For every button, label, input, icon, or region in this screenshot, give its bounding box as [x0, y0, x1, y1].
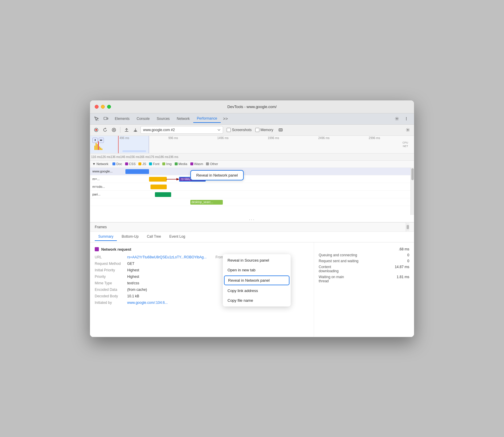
frames-scroll-thumb[interactable]	[407, 225, 409, 229]
scrollbar[interactable]	[410, 168, 414, 215]
screenshots-checkbox[interactable]: Screenshots	[227, 128, 252, 132]
ruler-marks-top: 496 ms 996 ms 1496 ms 1996 ms 2496 ms 29…	[90, 136, 410, 140]
request-row-google[interactable]: www.google...	[90, 168, 414, 175]
tab-performance[interactable]: Performance	[193, 115, 221, 123]
more-tabs-button[interactable]: >>	[221, 116, 230, 121]
devtools-tab-bar: Elements Console Sources Network Perform…	[90, 113, 414, 125]
url-value: www.google.com #2	[143, 128, 216, 132]
record-button[interactable]	[92, 126, 100, 134]
timing-queuing-value: 0	[407, 253, 409, 257]
tab-elements[interactable]: Elements	[111, 115, 133, 123]
network-ruler: 116 ms 126 ms 136 ms 146 ms 156 ms 166 m…	[90, 154, 414, 161]
request-row-pari[interactable]: pari...	[90, 191, 414, 198]
legend-js: JS	[138, 162, 146, 166]
legend-other-dot	[206, 162, 209, 165]
clear-button[interactable]	[110, 126, 118, 134]
tab-summary[interactable]: Summary	[95, 233, 117, 241]
nr-mark-1: 126 ms	[101, 155, 111, 159]
tab-call-tree[interactable]: Call Tree	[143, 233, 165, 241]
legend-doc-label: Doc	[116, 162, 122, 166]
network-section-label: ▼ Network	[92, 162, 108, 166]
request-bar-desktop: desktop_searc...	[190, 200, 223, 205]
step-button[interactable]: ⏭	[99, 138, 104, 143]
overview-minimap[interactable]: CPU NET 496 ms 996 ms 1496 ms 1996 ms 24…	[90, 136, 414, 154]
nr-mark-6: 176 ms	[149, 155, 159, 159]
upload-button[interactable]	[123, 126, 130, 134]
mime-value: text/css	[127, 281, 139, 285]
summary-title-text: Network request	[101, 247, 131, 252]
request-bar-area-google	[125, 168, 414, 175]
memory-icon[interactable]	[277, 126, 284, 134]
legend-media: Media	[175, 162, 187, 166]
screenshots-label: Screenshots	[232, 128, 252, 132]
request-row-desktop[interactable]: desktop desktop_searc...	[90, 198, 414, 206]
priority-label: Priority	[95, 275, 127, 279]
request-label-m1: m=...	[90, 177, 125, 181]
more-options-icon[interactable]	[402, 115, 410, 123]
request-row-m1[interactable]: m=... rs=AA2YrTtu6...	[90, 175, 414, 183]
tab-bottom-up[interactable]: Bottom-Up	[118, 233, 142, 241]
tab-event-log[interactable]: Event Log	[166, 233, 189, 241]
pause-controls: ⏸ ⏭	[92, 138, 104, 143]
nr-mark-7: 186 ms	[159, 155, 169, 159]
performance-settings-icon[interactable]	[404, 126, 412, 134]
tooltip-reveal-network-top: Reveal in Network panel	[190, 170, 244, 180]
minimize-button[interactable]	[101, 105, 105, 109]
url-label: URL	[95, 255, 127, 259]
cm-copy-link[interactable]: Copy link address	[223, 286, 291, 296]
maximize-button[interactable]	[107, 105, 111, 109]
arrow-indicator	[166, 177, 181, 182]
device-toggle-icon[interactable]	[102, 115, 110, 123]
memory-checkbox-box[interactable]	[255, 128, 259, 132]
legend-img: Img	[162, 162, 171, 166]
download-button[interactable]	[132, 126, 139, 134]
inspect-icon[interactable]	[92, 115, 101, 123]
svg-point-3	[396, 118, 397, 119]
cm-reveal-sources[interactable]: Reveal in Sources panel	[223, 255, 291, 265]
legend-css-label: CSS	[129, 162, 136, 166]
tab-network[interactable]: Network	[173, 115, 193, 123]
title-bar: DevTools - www.google.com/	[90, 100, 414, 113]
frames-scrollbar[interactable]	[406, 222, 409, 232]
summary-tab-bar: Summary Bottom-Up Call Tree Event Log	[90, 232, 414, 242]
url-link[interactable]: rs=AA2YrTtu68wU8rQSEu1zLoTY...ROBOYibAg.…	[127, 255, 207, 259]
tooltip-text-top: Reveal in Network panel	[196, 173, 238, 177]
tab-sources[interactable]: Sources	[153, 115, 173, 123]
mime-label: Mime Type	[95, 281, 127, 285]
legend-img-dot	[162, 162, 165, 165]
tab-console[interactable]: Console	[133, 115, 153, 123]
timing-waiting-row: Waiting on mainthread 1.81 ms	[319, 275, 409, 283]
method-label: Request Method	[95, 262, 127, 266]
timing-queuing-label: Queuing and connecting	[319, 253, 357, 257]
network-content: www.google... m=...	[90, 168, 414, 215]
timing-content-row: Contentdownloading 14.87 ms	[319, 265, 409, 273]
settings-icon[interactable]	[393, 115, 401, 123]
request-bar-area-desktop: desktop_searc...	[125, 198, 414, 206]
summary-title: Network request	[95, 247, 309, 252]
timing-content-label: Contentdownloading	[319, 265, 338, 273]
initiated-link[interactable]: www.google.com/:104:6...	[127, 301, 168, 305]
timing-request-row: Request sent and waiting 0	[319, 259, 409, 263]
ruler-mark-4: 1996 ms	[268, 136, 279, 140]
close-button[interactable]	[95, 105, 99, 109]
legend-css: CSS	[125, 162, 136, 166]
encoded-value: (from cache)	[127, 288, 147, 292]
cm-reveal-network[interactable]: Reveal in Network panel	[224, 275, 289, 285]
memory-label: Memory	[261, 128, 273, 132]
request-row-mcdo[interactable]: m=cdo...	[90, 183, 414, 191]
screenshots-checkbox-box[interactable]	[227, 128, 231, 132]
decoded-value: 10.1 kB	[127, 294, 139, 298]
memory-checkbox[interactable]: Memory	[255, 128, 273, 132]
reload-record-button[interactable]	[101, 126, 109, 134]
scroll-thumb[interactable]	[411, 168, 414, 180]
cm-open-new-tab[interactable]: Open in new tab	[223, 265, 291, 275]
url-selector[interactable]: www.google.com #2	[140, 126, 223, 134]
request-bar-google	[125, 169, 149, 174]
window-title: DevTools - www.google.com/	[228, 105, 277, 109]
pause-button[interactable]: ⏸	[92, 138, 98, 143]
request-label-mcdo: m=cdo...	[90, 185, 125, 188]
svg-point-18	[407, 129, 408, 131]
legend-js-label: JS	[142, 162, 146, 166]
cm-copy-filename[interactable]: Copy file name	[223, 296, 291, 305]
devtools-body: CPU NET 496 ms 996 ms 1496 ms 1996 ms 24…	[90, 136, 414, 337]
